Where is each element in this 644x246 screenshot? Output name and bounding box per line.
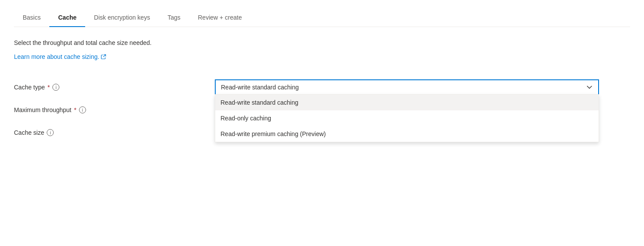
dropdown-option-read-write-standard[interactable]: Read-write standard caching	[215, 95, 599, 110]
cache-type-dropdown-menu: Read-write standard caching Read-only ca…	[215, 94, 599, 142]
description-text: Select the throughput and total cache si…	[14, 39, 630, 46]
dropdown-option-read-only[interactable]: Read-only caching	[215, 110, 599, 126]
tab-navigation: Basics Cache Disk encryption keys Tags R…	[14, 0, 630, 27]
tab-disk-encryption-keys[interactable]: Disk encryption keys	[85, 9, 158, 27]
cache-size-info-icon[interactable]: i	[47, 129, 54, 136]
cache-type-info-icon[interactable]: i	[52, 84, 59, 91]
cache-size-label-text: Cache size	[14, 129, 44, 136]
tab-review-create[interactable]: Review + create	[189, 9, 251, 27]
external-link-icon	[101, 54, 106, 59]
cache-type-dropdown-wrapper: Read-write standard caching Read-write s…	[215, 79, 599, 95]
cache-type-label-text: Cache type	[14, 84, 45, 91]
maximum-throughput-required-star: *	[74, 106, 76, 113]
learn-more-link[interactable]: Learn more about cache sizing.	[14, 53, 106, 60]
dropdown-option-read-write-premium[interactable]: Read-write premium caching (Preview)	[215, 126, 599, 142]
cache-size-label: Cache size i	[14, 129, 215, 136]
learn-more-text: Learn more about cache sizing.	[14, 53, 99, 60]
page-container: Basics Cache Disk encryption keys Tags R…	[0, 0, 644, 156]
form-row-cache-type: Cache type * i Read-write standard cachi…	[14, 76, 630, 99]
cache-type-required-star: *	[48, 84, 50, 91]
cache-type-label: Cache type * i	[14, 84, 215, 91]
tab-tags[interactable]: Tags	[159, 9, 189, 27]
chevron-down-icon	[586, 84, 593, 91]
form-section: Cache type * i Read-write standard cachi…	[14, 76, 630, 144]
content-area: Select the throughput and total cache si…	[14, 27, 630, 156]
cache-type-dropdown-trigger[interactable]: Read-write standard caching	[215, 79, 599, 95]
maximum-throughput-label: Maximum throughput * i	[14, 106, 215, 113]
maximum-throughput-label-text: Maximum throughput	[14, 106, 72, 113]
tab-basics[interactable]: Basics	[14, 9, 49, 27]
cache-type-selected-value: Read-write standard caching	[221, 84, 299, 91]
tab-cache[interactable]: Cache	[49, 9, 85, 27]
maximum-throughput-info-icon[interactable]: i	[79, 106, 86, 113]
